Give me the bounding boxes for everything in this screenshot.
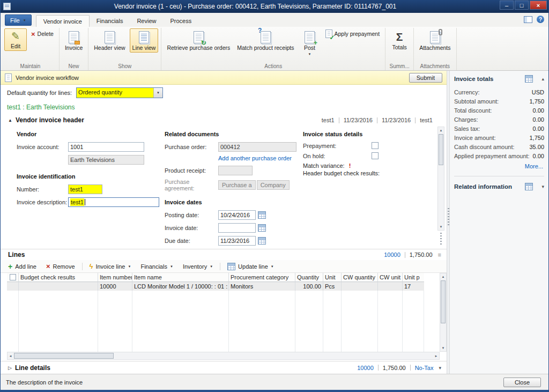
scroll-up-icon[interactable]: ▲ (438, 127, 444, 134)
main-area: Vendor invoice workflow Submit Default q… (1, 71, 447, 374)
tab-process[interactable]: Process (163, 15, 198, 27)
submit-button[interactable]: Submit (409, 73, 442, 83)
calendar-icon[interactable] (258, 211, 266, 219)
attachments-button[interactable]: Attachments (417, 28, 453, 53)
purchase-agreement-label: Purchase agreement: (165, 179, 218, 191)
cell-item-number: 10000 (98, 282, 132, 291)
col-unit-price[interactable]: Unit p (403, 273, 424, 282)
currency-value-link[interactable]: USD (532, 89, 544, 95)
section-header[interactable]: ▲ Vendor invoice header test1 11/23/2016… (1, 115, 447, 125)
post-button[interactable]: + Post ▼ (299, 28, 321, 57)
tab-vendor-invoice[interactable]: Vendor invoice (36, 15, 90, 27)
calendar-icon[interactable] (258, 237, 266, 245)
remove-label: Remove (53, 263, 75, 270)
posting-date-field[interactable]: 10/24/2016 (218, 210, 256, 220)
layout-icon[interactable] (524, 16, 532, 23)
scrollbar-thumb[interactable] (14, 353, 114, 359)
minimize-button[interactable]: – (500, 1, 514, 10)
cell-budget (19, 282, 98, 291)
scroll-down-icon[interactable]: ▼ (438, 224, 444, 230)
prepayment-checkbox[interactable] (372, 142, 379, 149)
more-link[interactable]: More... (525, 163, 543, 169)
totals-button[interactable]: Σ Totals (388, 28, 411, 52)
invoice-line-menu[interactable]: ϟ Invoice line ▼ (85, 261, 136, 271)
chevron-up-icon[interactable]: ▴ (541, 76, 544, 82)
delete-button[interactable]: × Delete (28, 28, 56, 39)
due-date-field[interactable]: 11/23/2016 (218, 236, 256, 246)
edit-button[interactable]: ✎ Edit (4, 28, 27, 51)
default-quantity-select[interactable]: Ordered quantity ▼ (76, 87, 163, 98)
col-item-name[interactable]: Item name (132, 273, 229, 282)
combo-dropdown-button[interactable]: ▼ (153, 88, 162, 98)
update-line-menu[interactable]: Update line ▼ (223, 262, 278, 271)
chevron-down-icon[interactable]: ▾ (541, 184, 544, 189)
header-scrollbar[interactable]: ▲ ▼ (437, 127, 444, 231)
line-view-icon (139, 31, 149, 43)
update-line-label: Update line (238, 263, 268, 270)
remove-line-button[interactable]: × Remove (42, 262, 79, 271)
invoice-account-field[interactable]: 1001 (68, 142, 144, 152)
scroll-down-icon[interactable]: ▼ (440, 345, 446, 351)
add-purchase-order-link[interactable]: Add another purchase order (218, 155, 292, 161)
expand-icon[interactable]: ▷ (8, 365, 12, 371)
retrieve-purchase-orders-button[interactable]: ↻ Retrieve purchase orders (164, 28, 233, 53)
grid-vertical-scrollbar[interactable]: ▲ ▼ (440, 273, 447, 352)
grid-horizontal-scrollbar[interactable]: ◄ ► (7, 352, 440, 360)
close-window-button[interactable]: × (530, 1, 547, 10)
col-item-number[interactable]: Item number (98, 273, 132, 282)
invoice-button[interactable]: Invoice (62, 28, 85, 53)
col-unit[interactable]: Unit (323, 273, 342, 282)
number-field[interactable]: test1 (68, 184, 102, 194)
tab-review[interactable]: Review (130, 15, 163, 27)
scrollbar-thumb[interactable] (441, 280, 446, 323)
cell-item-name: LCD Monitor Model 1 / 10000: : 01 : (132, 282, 229, 291)
col-procurement-category[interactable]: Procurement category (229, 273, 295, 282)
col-cw-unit[interactable]: CW unit (378, 273, 403, 282)
group-label-summary: Summ... (388, 62, 411, 70)
header-view-button[interactable]: Header view (91, 28, 128, 53)
popout-icon[interactable] (525, 183, 533, 190)
financials-menu[interactable]: Financials ▼ (136, 262, 177, 271)
splitter-grip[interactable] (448, 208, 449, 226)
invoice-date-field[interactable] (218, 223, 256, 233)
panel-splitter[interactable] (447, 71, 450, 374)
grid-row[interactable]: 10000 LCD Monitor Model 1 / 10000: : 01 … (7, 282, 440, 291)
invoice-description-field[interactable]: test1 (68, 197, 159, 207)
grip-icon[interactable]: ≡ (438, 252, 441, 258)
scrollbar-thumb[interactable] (439, 134, 443, 165)
post-icon: + (305, 31, 315, 43)
splitter-grip[interactable] (437, 233, 444, 246)
col-quantity[interactable]: Quantity (295, 273, 323, 282)
line-details-ref-link[interactable]: 10000 (357, 365, 374, 371)
scroll-up-icon[interactable]: ▲ (440, 273, 446, 280)
chevron-down-icon[interactable]: ▾ (439, 365, 441, 371)
inventory-menu[interactable]: Inventory ▼ (179, 262, 217, 271)
scroll-right-icon[interactable]: ► (433, 352, 439, 359)
select-all-checkbox[interactable] (10, 274, 16, 280)
col-cw-quantity[interactable]: CW quantity (342, 273, 378, 282)
on-hold-checkbox[interactable] (372, 152, 379, 159)
default-quantity-value: Ordered quantity (77, 88, 153, 98)
file-menu-button[interactable]: File ▼ (5, 14, 32, 26)
apply-prepayment-button[interactable]: ✓ Apply prepayment (323, 28, 383, 39)
col-budget-check[interactable]: Budget check results (19, 273, 98, 282)
tab-financials[interactable]: Financials (90, 15, 130, 27)
line-details-tax-link[interactable]: No-Tax (415, 365, 434, 371)
scroll-left-icon[interactable]: ◄ (8, 352, 13, 359)
maximize-button[interactable]: □ (515, 1, 529, 10)
company-button: Company (257, 180, 290, 190)
add-line-button[interactable]: + Add line (4, 262, 41, 271)
close-button[interactable]: Close (503, 378, 541, 387)
collapse-icon[interactable]: ▲ (8, 118, 12, 123)
help-icon[interactable]: ? (537, 16, 544, 23)
lines-ref-link[interactable]: 10000 (384, 252, 400, 258)
line-details-section[interactable]: ▷ Line details 10000 1,750.00 No-Tax ▾ (1, 361, 447, 374)
purchase-agreement-button: Purchase a (218, 180, 256, 190)
totals-row: Invoice amount: 1,750 (454, 133, 544, 142)
popout-icon[interactable] (525, 75, 533, 83)
ribbon-group-new: Invoice New (60, 28, 88, 70)
summary-number: test1 (322, 117, 335, 123)
calendar-icon[interactable] (258, 224, 266, 232)
line-view-button[interactable]: Line view (130, 28, 159, 53)
match-product-receipts-button[interactable]: ? Match product receipts (234, 28, 296, 53)
